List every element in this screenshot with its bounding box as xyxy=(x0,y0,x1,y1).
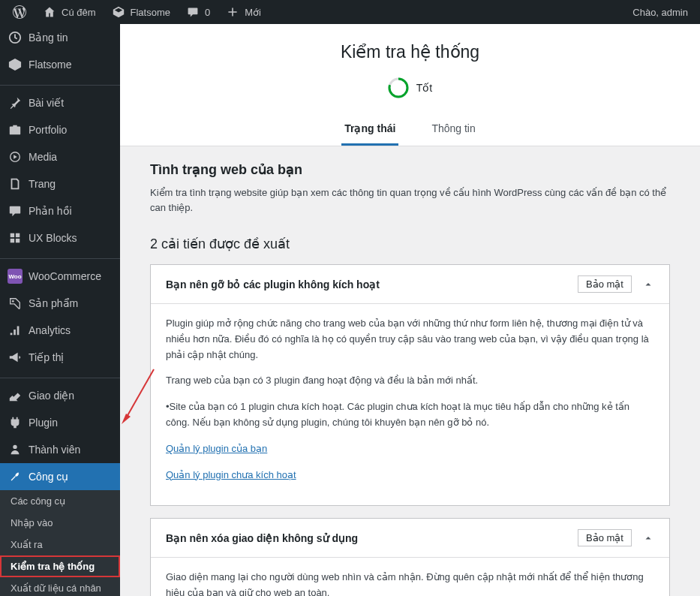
comments-count: 0 xyxy=(205,7,210,18)
tools-icon xyxy=(8,469,23,484)
sidebar-item-label: WooCommerce xyxy=(29,270,101,282)
users-icon xyxy=(8,442,23,457)
submenu-item-site-health[interactable]: Kiểm tra hệ thống xyxy=(0,555,120,577)
sidebar-item-label: Plugin xyxy=(29,417,58,429)
product-icon xyxy=(8,296,23,311)
pin-icon xyxy=(8,95,23,110)
sidebar-item-pages[interactable]: Trang xyxy=(0,170,120,197)
manage-inactive-plugins-link[interactable]: Quản lý plugin chưa kích hoạt xyxy=(166,468,296,483)
sidebar-item-label: Sản phẩm xyxy=(29,297,78,309)
svg-rect-2 xyxy=(11,233,14,237)
comments-link[interactable]: 0 xyxy=(179,5,216,20)
sidebar-item-flatsome[interactable]: Flatsome xyxy=(0,51,120,78)
analytics-icon xyxy=(8,323,23,338)
submenu-item-export-personal[interactable]: Xuất dữ liệu cá nhân xyxy=(0,577,120,596)
site-name-link[interactable]: Cú đêm xyxy=(36,5,102,20)
greeting-label: Chào, admin xyxy=(632,7,688,18)
sidebar-item-label: Media xyxy=(29,151,57,163)
body-description: Kiểm tra tình trạng website giúp bạn xem… xyxy=(150,185,670,215)
security-badge: Bảo mật xyxy=(578,275,632,293)
blocks-icon xyxy=(8,230,23,245)
admin-bar: Cú đêm Flatsome 0 Mới Chào, admin xyxy=(0,0,700,24)
tab-status[interactable]: Trạng thái xyxy=(341,113,398,146)
sidebar-item-appearance[interactable]: Giao diện xyxy=(0,382,120,409)
health-item-text: Plugin giúp mở rộng chức năng cho trang … xyxy=(166,316,654,363)
sidebar-item-tools[interactable]: Công cụ xyxy=(0,463,120,490)
submenu-item-export[interactable]: Xuất ra xyxy=(0,534,120,555)
sidebar-item-label: Flatsome xyxy=(29,59,72,71)
sidebar-item-label: Analytics xyxy=(29,324,71,336)
tab-info[interactable]: Thông tin xyxy=(428,113,478,146)
sidebar-item-dashboard[interactable]: Bảng tin xyxy=(0,24,120,51)
sidebar-item-analytics[interactable]: Analytics xyxy=(0,317,120,344)
flatsome-icon xyxy=(8,57,23,72)
comment-icon xyxy=(8,203,23,218)
status-label: Tốt xyxy=(416,82,432,94)
flatsome-icon xyxy=(111,5,126,20)
sidebar-item-label: Thành viên xyxy=(29,444,80,456)
sidebar-item-marketing[interactable]: Tiếp thị xyxy=(0,344,120,371)
tools-submenu: Các công cụ Nhập vào Xuất ra Kiểm tra hệ… xyxy=(0,490,120,596)
svg-rect-5 xyxy=(16,239,20,242)
sidebar-item-label: Bảng tin xyxy=(29,32,68,44)
sidebar-item-label: Công cụ xyxy=(29,471,68,483)
dashboard-icon xyxy=(8,30,23,45)
site-name-label: Cú đêm xyxy=(62,7,96,18)
svg-rect-3 xyxy=(16,233,20,237)
page-icon xyxy=(8,176,23,191)
progress-circle-icon xyxy=(388,77,409,98)
admin-sidebar: Bảng tin Flatsome Bài viết Portfolio Med… xyxy=(0,24,120,596)
comment-icon xyxy=(185,5,200,20)
health-check-item: Bạn nên gỡ bỏ các plugin không kích hoạt… xyxy=(150,264,670,506)
health-item-toggle[interactable]: Bạn nên gỡ bỏ các plugin không kích hoạt… xyxy=(151,265,669,303)
submenu-item-available-tools[interactable]: Các công cụ xyxy=(0,490,120,512)
health-item-toggle[interactable]: Bạn nên xóa giao diện không sử dụng Bảo … xyxy=(151,519,669,557)
theme-name-label: Flatsome xyxy=(131,7,170,18)
sidebar-item-products[interactable]: Sản phẩm xyxy=(0,290,120,317)
svg-point-6 xyxy=(12,300,14,303)
health-item-title: Bạn nên gỡ bỏ các plugin không kích hoạt xyxy=(166,278,380,290)
sidebar-item-label: Trang xyxy=(29,178,56,190)
sidebar-item-woocommerce[interactable]: WooWooCommerce xyxy=(0,263,120,290)
sidebar-item-label: Tiếp thị xyxy=(29,351,65,363)
theme-link[interactable]: Flatsome xyxy=(105,5,176,20)
submenu-item-import[interactable]: Nhập vào xyxy=(0,512,120,534)
health-item-text: •Site của bạn có 1 plugin chưa kích hoạt… xyxy=(166,399,654,431)
page-title: Kiểm tra hệ thống xyxy=(135,42,685,62)
user-greeting[interactable]: Chào, admin xyxy=(626,7,694,18)
health-item-title: Bạn nên xóa giao diện không sử dụng xyxy=(166,532,358,544)
manage-plugins-link[interactable]: Quản lý plugin của bạn xyxy=(166,441,267,457)
woo-icon: Woo xyxy=(8,269,23,284)
health-item-text: Giao diện mang lại cho người dùng web nh… xyxy=(166,570,654,596)
appearance-icon xyxy=(8,388,23,403)
plus-icon xyxy=(225,5,240,20)
svg-rect-4 xyxy=(11,239,14,242)
health-check-item: Bạn nên xóa giao diện không sử dụng Bảo … xyxy=(150,518,670,596)
new-content-link[interactable]: Mới xyxy=(219,5,267,20)
sidebar-item-label: Phản hồi xyxy=(29,205,72,217)
new-label: Mới xyxy=(245,7,261,18)
sidebar-item-plugins[interactable]: Plugin xyxy=(0,409,120,436)
health-item-body: Giao diện mang lại cho người dùng web nh… xyxy=(151,557,669,596)
sidebar-item-comments[interactable]: Phản hồi xyxy=(0,197,120,224)
svg-point-7 xyxy=(13,445,17,449)
health-item-text: Trang web của bạn có 3 plugin đang hoạt … xyxy=(166,373,654,389)
health-item-body: Plugin giúp mở rộng chức năng cho trang … xyxy=(151,303,669,505)
sidebar-item-portfolio[interactable]: Portfolio xyxy=(0,116,120,143)
health-tabs: Trạng thái Thông tin xyxy=(135,113,685,146)
sidebar-item-users[interactable]: Thành viên xyxy=(0,436,120,463)
plugin-icon xyxy=(8,415,23,430)
health-header: Kiểm tra hệ thống Tốt Trạng thái Thông t… xyxy=(120,24,700,146)
sidebar-item-posts[interactable]: Bài viết xyxy=(0,89,120,116)
chevron-up-icon xyxy=(642,532,654,544)
sidebar-item-media[interactable]: Media xyxy=(0,143,120,170)
issues-title: 2 cải tiến được đề xuất xyxy=(150,236,670,252)
portfolio-icon xyxy=(8,122,23,137)
sidebar-item-uxblocks[interactable]: UX Blocks xyxy=(0,224,120,251)
wp-logo[interactable] xyxy=(6,5,33,20)
sidebar-item-label: UX Blocks xyxy=(29,232,77,244)
body-title: Tình trạng web của bạn xyxy=(150,161,670,178)
marketing-icon xyxy=(8,350,23,365)
chevron-up-icon xyxy=(642,278,654,290)
security-badge: Bảo mật xyxy=(578,529,632,546)
